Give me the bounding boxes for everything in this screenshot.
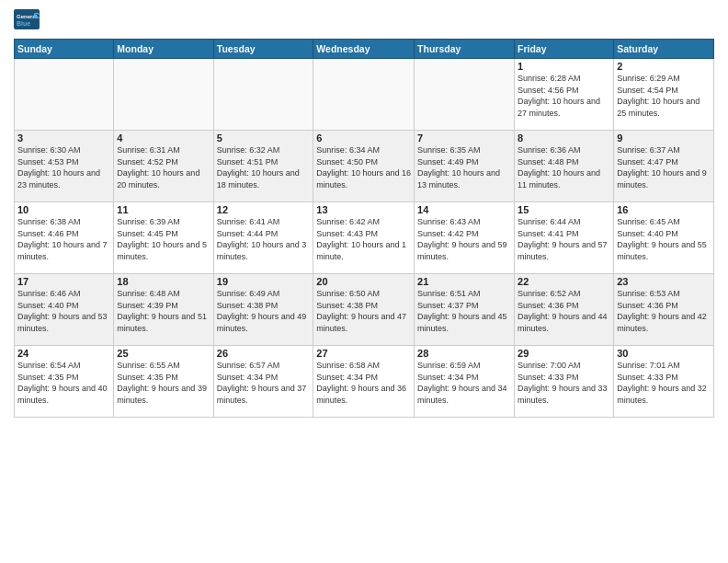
day-info: Sunrise: 6:55 AM Sunset: 4:35 PM Dayligh… (117, 360, 210, 406)
calendar-week-row: 10Sunrise: 6:38 AM Sunset: 4:46 PM Dayli… (15, 202, 714, 274)
day-cell: 14Sunrise: 6:43 AM Sunset: 4:42 PM Dayli… (415, 202, 515, 274)
day-cell: 29Sunrise: 7:00 AM Sunset: 4:33 PM Dayli… (515, 346, 614, 418)
day-info: Sunrise: 6:36 AM Sunset: 4:48 PM Dayligh… (518, 144, 610, 190)
day-number: 2 (617, 61, 711, 72)
day-cell: 11Sunrise: 6:39 AM Sunset: 4:45 PM Dayli… (114, 202, 213, 274)
empty-cell (415, 59, 515, 131)
calendar-week-row: 17Sunrise: 6:46 AM Sunset: 4:40 PM Dayli… (15, 274, 714, 346)
calendar-week-row: 24Sunrise: 6:54 AM Sunset: 4:35 PM Dayli… (15, 346, 714, 418)
empty-cell (213, 59, 313, 131)
day-number: 13 (316, 204, 411, 215)
day-info: Sunrise: 6:49 AM Sunset: 4:38 PM Dayligh… (217, 288, 311, 334)
calendar-week-row: 3Sunrise: 6:30 AM Sunset: 4:53 PM Daylig… (15, 131, 714, 202)
day-number: 20 (316, 276, 411, 287)
day-number: 29 (518, 348, 610, 359)
day-info: Sunrise: 6:52 AM Sunset: 4:36 PM Dayligh… (518, 288, 610, 334)
calendar-table: SundayMondayTuesdayWednesdayThursdayFrid… (14, 39, 714, 418)
day-cell: 12Sunrise: 6:41 AM Sunset: 4:44 PM Dayli… (213, 202, 313, 274)
day-number: 6 (316, 132, 411, 144)
day-cell: 19Sunrise: 6:49 AM Sunset: 4:38 PM Dayli… (213, 274, 313, 346)
day-number: 23 (617, 276, 711, 287)
day-number: 28 (417, 348, 511, 359)
day-cell: 2Sunrise: 6:29 AM Sunset: 4:54 PM Daylig… (614, 59, 714, 131)
day-info: Sunrise: 6:28 AM Sunset: 4:56 PM Dayligh… (518, 73, 610, 119)
day-info: Sunrise: 6:50 AM Sunset: 4:38 PM Dayligh… (316, 288, 411, 334)
day-cell: 20Sunrise: 6:50 AM Sunset: 4:38 PM Dayli… (313, 274, 415, 346)
day-number: 9 (617, 132, 711, 144)
day-cell: 23Sunrise: 6:53 AM Sunset: 4:36 PM Dayli… (614, 274, 714, 346)
calendar-week-row: 1Sunrise: 6:28 AM Sunset: 4:56 PM Daylig… (15, 59, 714, 131)
day-cell: 18Sunrise: 6:48 AM Sunset: 4:39 PM Dayli… (114, 274, 213, 346)
day-info: Sunrise: 6:58 AM Sunset: 4:34 PM Dayligh… (316, 360, 411, 406)
day-number: 22 (518, 276, 610, 287)
day-info: Sunrise: 6:59 AM Sunset: 4:34 PM Dayligh… (417, 360, 511, 406)
day-info: Sunrise: 6:43 AM Sunset: 4:42 PM Dayligh… (417, 216, 511, 262)
day-cell: 16Sunrise: 6:45 AM Sunset: 4:40 PM Dayli… (614, 202, 714, 274)
day-number: 7 (417, 132, 511, 144)
day-info: Sunrise: 6:29 AM Sunset: 4:54 PM Dayligh… (617, 73, 711, 119)
day-cell: 9Sunrise: 6:37 AM Sunset: 4:47 PM Daylig… (614, 131, 714, 202)
day-number: 26 (217, 348, 311, 359)
day-cell: 7Sunrise: 6:35 AM Sunset: 4:49 PM Daylig… (415, 131, 515, 202)
day-header-wednesday: Wednesday (313, 40, 415, 59)
header: General Blue (14, 9, 714, 31)
day-number: 16 (617, 204, 711, 215)
day-cell: 3Sunrise: 6:30 AM Sunset: 4:53 PM Daylig… (15, 131, 114, 202)
day-cell: 10Sunrise: 6:38 AM Sunset: 4:46 PM Dayli… (15, 202, 114, 274)
day-info: Sunrise: 6:54 AM Sunset: 4:35 PM Dayligh… (17, 360, 110, 406)
day-cell: 5Sunrise: 6:32 AM Sunset: 4:51 PM Daylig… (213, 131, 313, 202)
day-info: Sunrise: 7:01 AM Sunset: 4:33 PM Dayligh… (617, 360, 711, 406)
day-number: 8 (518, 132, 610, 144)
day-info: Sunrise: 6:41 AM Sunset: 4:44 PM Dayligh… (217, 216, 311, 262)
day-number: 27 (316, 348, 411, 359)
day-number: 19 (217, 276, 311, 287)
day-info: Sunrise: 6:46 AM Sunset: 4:40 PM Dayligh… (17, 288, 110, 334)
day-cell: 13Sunrise: 6:42 AM Sunset: 4:43 PM Dayli… (313, 202, 415, 274)
day-number: 24 (17, 348, 110, 359)
page: General Blue SundayMondayTuesdayWednesda… (0, 0, 728, 563)
day-number: 15 (518, 204, 610, 215)
day-info: Sunrise: 6:48 AM Sunset: 4:39 PM Dayligh… (117, 288, 210, 334)
day-info: Sunrise: 6:42 AM Sunset: 4:43 PM Dayligh… (316, 216, 411, 262)
day-info: Sunrise: 6:35 AM Sunset: 4:49 PM Dayligh… (417, 144, 511, 190)
day-info: Sunrise: 6:30 AM Sunset: 4:53 PM Dayligh… (17, 144, 110, 190)
day-cell: 25Sunrise: 6:55 AM Sunset: 4:35 PM Dayli… (114, 346, 213, 418)
svg-text:Blue: Blue (17, 20, 30, 27)
day-info: Sunrise: 6:51 AM Sunset: 4:37 PM Dayligh… (417, 288, 511, 334)
day-cell: 1Sunrise: 6:28 AM Sunset: 4:56 PM Daylig… (515, 59, 614, 131)
day-cell: 21Sunrise: 6:51 AM Sunset: 4:37 PM Dayli… (415, 274, 515, 346)
day-info: Sunrise: 6:34 AM Sunset: 4:50 PM Dayligh… (316, 144, 411, 190)
day-cell: 15Sunrise: 6:44 AM Sunset: 4:41 PM Dayli… (515, 202, 614, 274)
day-info: Sunrise: 6:57 AM Sunset: 4:34 PM Dayligh… (217, 360, 311, 406)
day-number: 25 (117, 348, 210, 359)
empty-cell (15, 59, 114, 131)
day-cell: 26Sunrise: 6:57 AM Sunset: 4:34 PM Dayli… (213, 346, 313, 418)
day-cell: 30Sunrise: 7:01 AM Sunset: 4:33 PM Dayli… (614, 346, 714, 418)
day-info: Sunrise: 6:31 AM Sunset: 4:52 PM Dayligh… (117, 144, 210, 190)
day-info: Sunrise: 6:39 AM Sunset: 4:45 PM Dayligh… (117, 216, 210, 262)
day-cell: 24Sunrise: 6:54 AM Sunset: 4:35 PM Dayli… (15, 346, 114, 418)
calendar-header-row: SundayMondayTuesdayWednesdayThursdayFrid… (15, 40, 714, 59)
logo: General Blue (14, 9, 41, 31)
day-number: 5 (217, 132, 311, 144)
day-number: 4 (117, 132, 210, 144)
logo-icon: General Blue (14, 9, 41, 31)
day-header-monday: Monday (114, 40, 213, 59)
day-number: 12 (217, 204, 311, 215)
day-info: Sunrise: 6:44 AM Sunset: 4:41 PM Dayligh… (518, 216, 610, 262)
day-number: 14 (417, 204, 511, 215)
day-info: Sunrise: 6:53 AM Sunset: 4:36 PM Dayligh… (617, 288, 711, 334)
day-info: Sunrise: 7:00 AM Sunset: 4:33 PM Dayligh… (518, 360, 610, 406)
day-cell: 4Sunrise: 6:31 AM Sunset: 4:52 PM Daylig… (114, 131, 213, 202)
day-number: 1 (518, 61, 610, 72)
day-number: 10 (17, 204, 110, 215)
day-number: 18 (117, 276, 210, 287)
day-header-sunday: Sunday (15, 40, 114, 59)
day-info: Sunrise: 6:38 AM Sunset: 4:46 PM Dayligh… (17, 216, 110, 262)
day-cell: 6Sunrise: 6:34 AM Sunset: 4:50 PM Daylig… (313, 131, 415, 202)
empty-cell (313, 59, 415, 131)
day-cell: 22Sunrise: 6:52 AM Sunset: 4:36 PM Dayli… (515, 274, 614, 346)
day-number: 21 (417, 276, 511, 287)
day-number: 11 (117, 204, 210, 215)
day-info: Sunrise: 6:45 AM Sunset: 4:40 PM Dayligh… (617, 216, 711, 262)
